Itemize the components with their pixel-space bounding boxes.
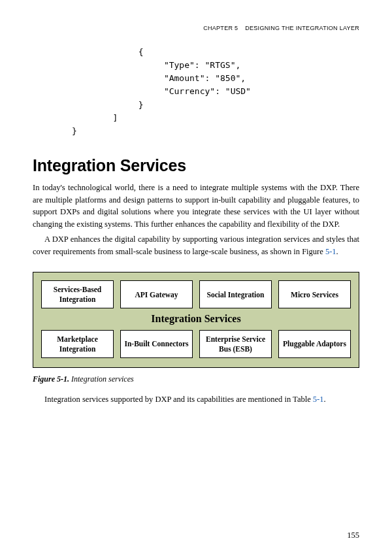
figure-cell: Marketplace Integration [41,330,114,358]
figure-caption: Figure 5-1. Integration services [33,374,359,384]
section-heading: Integration Services [33,156,359,175]
caption-label: Figure 5-1. [33,374,69,384]
para-text: . [324,395,326,404]
figure-cell: Social Integration [199,280,272,308]
caption-text: Integration services [69,374,134,384]
code-snippet: { "Type": "RTGS", "Amount": "850", "Curr… [72,46,359,138]
figure-reference-link[interactable]: 5-1 [325,247,336,256]
figure-cell: Enterprise Service Bus (ESB) [199,330,272,358]
figure-row-top: Services-Based Integration API Gateway S… [41,280,351,308]
page-number: 155 [347,531,359,540]
figure-center-title: Integration Services [41,313,351,325]
body-paragraph: In today's technological world, there is… [33,182,359,231]
para-text: Integration services supported by DXP an… [44,395,313,404]
chapter-label: CHAPTER 5 [203,25,238,31]
body-paragraph: A DXP enhances the digital capability by… [33,233,359,258]
figure-cell: In-Built Connectors [120,330,193,358]
para-text: . [336,247,338,256]
figure-cell: Micro Services [278,280,351,308]
body-paragraph: Integration services supported by DXP an… [33,393,359,406]
para-text: A DXP enhances the digital capability by… [33,235,359,256]
running-header: CHAPTER 5 DESIGNING THE INTEGRATION LAYE… [33,25,359,31]
figure-cell: API Gateway [120,280,193,308]
figure-5-1: Services-Based Integration API Gateway S… [33,272,359,368]
chapter-title: DESIGNING THE INTEGRATION LAYER [245,25,359,31]
table-reference-link[interactable]: 5-1 [313,395,324,404]
figure-cell: Services-Based Integration [41,280,114,308]
figure-cell: Pluggable Adaptors [278,330,351,358]
figure-row-bottom: Marketplace Integration In-Built Connect… [41,330,351,358]
